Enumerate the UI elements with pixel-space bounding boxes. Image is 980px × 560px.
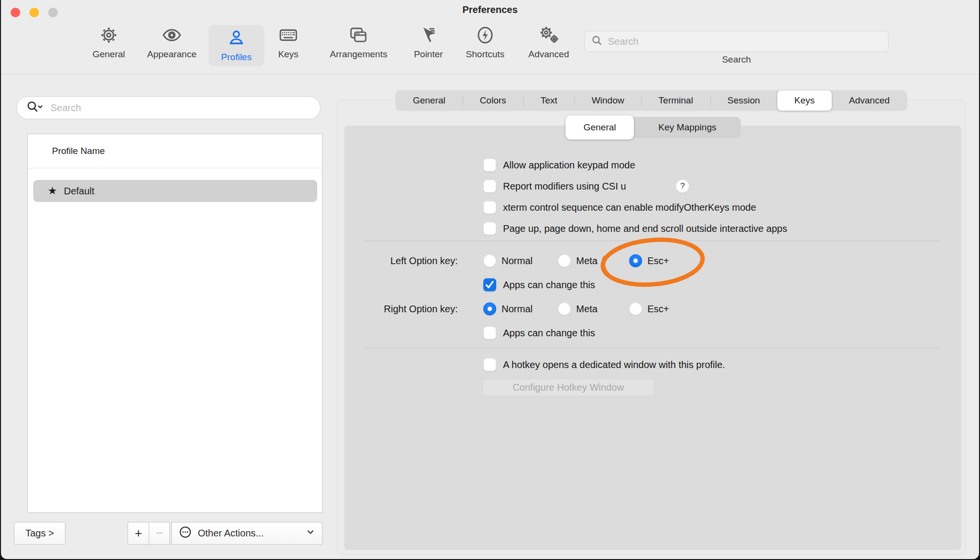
tab-text[interactable]: Text (523, 90, 574, 111)
other-actions-label: Other Actions... (198, 528, 306, 539)
hotkey-window-checkbox[interactable] (483, 358, 496, 371)
toolbar-label: Profiles (221, 52, 251, 63)
right-apps-row: Apps can change this (344, 323, 961, 343)
hotkey-row: A hotkey opens a dedicated window with t… (344, 355, 961, 375)
right-option-row: Right Option key: Normal Meta Esc+ (344, 299, 961, 319)
toolbar-label: General (92, 49, 125, 60)
add-profile-button[interactable]: + (128, 522, 149, 545)
windows-icon (348, 24, 369, 46)
tab-terminal[interactable]: Terminal (641, 90, 710, 111)
tab-colors[interactable]: Colors (463, 90, 523, 111)
modify-other-keys-checkbox[interactable] (483, 201, 496, 214)
left-apps-change-checkbox[interactable] (483, 279, 496, 292)
plus-icon: + (135, 526, 142, 541)
person-icon (226, 27, 246, 49)
toolbar-divider (1, 74, 979, 75)
keys-subtab-bar: General Key Mappings (566, 117, 741, 138)
search-menu-icon (26, 100, 45, 115)
tab-window[interactable]: Window (574, 90, 641, 111)
toolbar-label: Pointer (414, 49, 443, 60)
checkbox-row: xterm control sequence can enable modify… (344, 197, 961, 217)
toolbar-label: Keys (278, 49, 298, 60)
star-icon: ★ (48, 185, 57, 197)
subtab-general[interactable]: General (566, 115, 634, 140)
screen: Preferences General Appearance Profiles (0, 0, 980, 560)
radio-label: Esc+ (647, 304, 669, 315)
chevron-down-icon (306, 527, 315, 539)
toolbar-item-pointer[interactable]: Pointer (400, 24, 456, 60)
gear-icon (99, 24, 119, 46)
radio-label: Meta (576, 304, 597, 315)
profile-name: Default (64, 186, 94, 197)
cursor-icon (418, 24, 438, 46)
checkbox-label: xterm control sequence can enable modify… (503, 202, 756, 213)
toolbar-item-general[interactable]: General (81, 24, 137, 60)
toolbar-search-caption: Search (584, 54, 889, 65)
window-title: Preferences (1, 4, 979, 15)
toolbar-label: Appearance (147, 49, 196, 60)
radio-label: Normal (502, 304, 532, 315)
toolbar-item-profiles[interactable]: Profiles (208, 25, 264, 66)
configure-hotkey-window-button[interactable]: Configure Hotkey Window (482, 379, 654, 396)
toolbar-label: Shortcuts (466, 49, 504, 60)
tags-button[interactable]: Tags > (14, 522, 65, 545)
checkbox-label: Report modifiers using CSI u (503, 181, 626, 192)
left-option-esc-radio[interactable] (629, 255, 642, 267)
tab-keys[interactable]: Keys (777, 90, 832, 111)
checkbox-label: Allow application keypad mode (503, 160, 635, 171)
remove-profile-button[interactable]: − (149, 522, 170, 545)
left-apps-row: Apps can change this (344, 275, 961, 295)
left-option-meta-radio[interactable] (558, 255, 571, 267)
toolbar-item-keys[interactable]: Keys (260, 24, 316, 60)
tab-advanced[interactable]: Advanced (832, 90, 907, 111)
section-divider (364, 348, 940, 348)
toolbar-search-placeholder: Search (608, 36, 638, 47)
toolbar-item-advanced[interactable]: Advanced (521, 24, 577, 60)
configure-hotkey-label: Configure Hotkey Window (513, 382, 624, 393)
allow-keypad-checkbox[interactable] (483, 159, 496, 172)
gears-icon (537, 24, 560, 46)
eye-icon (161, 24, 183, 46)
left-option-label: Left Option key: (390, 255, 458, 267)
checkbox-label: A hotkey opens a dedicated window with t… (503, 359, 725, 370)
tab-session[interactable]: Session (710, 90, 777, 111)
radio-label: Normal (502, 255, 532, 267)
keyboard-icon (277, 24, 299, 46)
bolt-icon (475, 24, 495, 46)
right-apps-change-checkbox[interactable] (483, 327, 496, 340)
tab-general[interactable]: General (396, 90, 463, 111)
right-option-label: Right Option key: (384, 304, 458, 315)
profile-tab-bar: General Colors Text Window Terminal Sess… (396, 90, 907, 111)
checkbox-row: Report modifiers using CSI u ? (344, 176, 961, 196)
page-scroll-checkbox[interactable] (483, 222, 496, 235)
toolbar-item-arrangements[interactable]: Arrangements (331, 24, 387, 60)
right-option-meta-radio[interactable] (558, 303, 571, 316)
ellipsis-circle-icon (179, 525, 192, 541)
checkbox-label: Apps can change this (503, 328, 595, 339)
toolbar-item-shortcuts[interactable]: Shortcuts (457, 24, 513, 60)
profile-row-default[interactable]: ★ Default (33, 180, 317, 202)
right-option-normal-radio[interactable] (483, 303, 496, 316)
radio-label: Meta (576, 255, 597, 267)
checkbox-row: Page up, page down, home and end scroll … (344, 218, 961, 239)
right-option-esc-radio[interactable] (629, 303, 642, 316)
left-option-normal-radio[interactable] (483, 255, 496, 267)
toolbar-label: Arrangements (330, 49, 387, 60)
checkbox-label: Page up, page down, home and end scroll … (503, 223, 787, 234)
csi-u-checkbox[interactable] (483, 180, 496, 193)
other-actions-dropdown[interactable]: Other Actions... (171, 522, 322, 545)
help-button[interactable]: ? (676, 179, 689, 193)
checkbox-row: Allow application keypad mode (344, 155, 961, 175)
section-divider (364, 241, 940, 241)
radio-label: Esc+ (647, 255, 669, 267)
toolbar-label: Advanced (529, 49, 569, 60)
profile-list-header: Profile Name (52, 134, 105, 168)
subtab-key-mappings[interactable]: Key Mappings (634, 117, 741, 138)
profile-search-input[interactable]: Search (16, 96, 321, 119)
toolbar-item-appearance[interactable]: Appearance (144, 24, 200, 60)
toolbar-search-input[interactable]: Search (584, 31, 889, 52)
left-option-row: Left Option key: Normal Meta Esc+ (344, 251, 961, 271)
minus-icon: − (155, 526, 163, 541)
list-header-divider (28, 168, 322, 168)
search-icon (591, 34, 603, 49)
